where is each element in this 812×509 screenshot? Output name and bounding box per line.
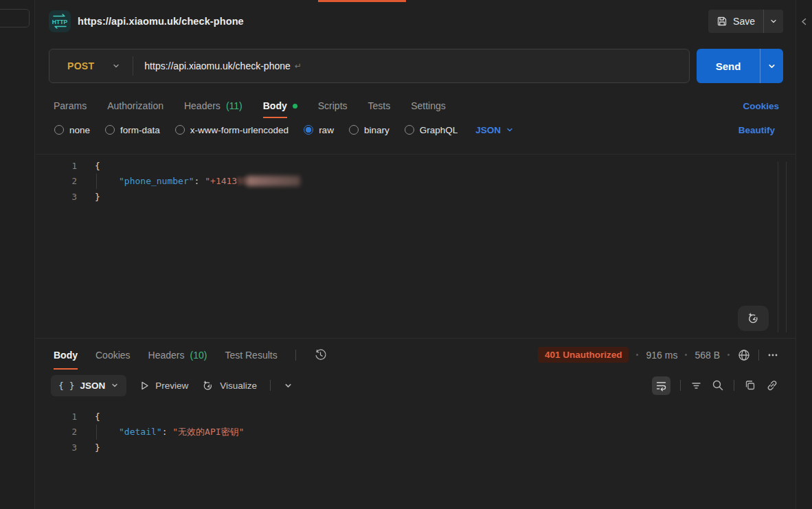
dot-separator bbox=[685, 354, 687, 356]
collapse-panel-icon[interactable] bbox=[800, 18, 808, 25]
editor-scrollbar-track[interactable] bbox=[786, 161, 787, 332]
line-number: 2 bbox=[36, 176, 77, 186]
save-dropdown-button[interactable] bbox=[764, 10, 783, 33]
code-text: { bbox=[77, 161, 100, 171]
json-key: "phone_number" bbox=[119, 176, 194, 186]
indent-guide: "detail": "无效的API密钥" bbox=[96, 425, 244, 440]
send-dropdown-button[interactable] bbox=[760, 49, 783, 83]
request-header: HTTP https://api.xiaomu.uk/check-phone S… bbox=[36, 0, 796, 43]
url-input-container: POST https://api.xiaomu.uk/check-phone ↵ bbox=[49, 49, 690, 83]
network-globe-icon[interactable] bbox=[737, 348, 751, 362]
mode-graphql[interactable]: GraphQL bbox=[405, 125, 458, 135]
code-line: 2 "phone_number": "+141355 bbox=[36, 174, 796, 190]
divider bbox=[734, 380, 734, 391]
chevron-down-icon bbox=[767, 62, 776, 71]
code-line: 3 } bbox=[36, 440, 796, 455]
wrap-text-icon[interactable] bbox=[652, 376, 670, 395]
visualize-button[interactable]: Visualize bbox=[201, 379, 257, 392]
json-value: "+1413 bbox=[205, 176, 237, 186]
response-history-icon[interactable] bbox=[314, 348, 327, 361]
chevron-down-icon bbox=[506, 126, 514, 134]
json-key: "detail" bbox=[119, 427, 162, 437]
link-icon[interactable] bbox=[766, 379, 778, 392]
line-number: 3 bbox=[36, 192, 77, 202]
mode-none[interactable]: none bbox=[54, 125, 90, 135]
response-tab-headers[interactable]: Headers(10) bbox=[148, 341, 207, 370]
request-body-editor[interactable]: 1 { 2 "phone_number": "+141355 3 } bbox=[36, 154, 796, 338]
redaction-blur bbox=[247, 176, 300, 186]
preview-button[interactable]: Preview bbox=[139, 381, 188, 391]
active-tab-indicator bbox=[318, 0, 406, 2]
response-view-tools bbox=[652, 376, 779, 395]
response-tab-body[interactable]: Body bbox=[54, 341, 78, 370]
radio-icon bbox=[175, 125, 185, 135]
response-time[interactable]: 916 ms bbox=[646, 350, 677, 361]
code-text: { bbox=[77, 411, 100, 422]
divider bbox=[270, 380, 271, 391]
postbot-button[interactable] bbox=[738, 306, 769, 331]
tab-params[interactable]: Params bbox=[54, 93, 87, 118]
code-text: } bbox=[77, 192, 100, 202]
raw-language-selector[interactable]: JSON bbox=[475, 125, 514, 135]
line-number: 2 bbox=[36, 427, 77, 437]
tab-tests[interactable]: Tests bbox=[368, 93, 391, 118]
send-button[interactable]: Send bbox=[697, 49, 783, 83]
url-input[interactable]: https://api.xiaomu.uk/check-phone bbox=[133, 60, 290, 71]
search-icon[interactable] bbox=[712, 379, 724, 392]
sidebar-collapsed-item[interactable] bbox=[0, 9, 30, 27]
divider bbox=[680, 380, 681, 391]
svg-text:HTTP: HTTP bbox=[52, 19, 68, 25]
response-tabs: Body Cookies Headers(10) Test Results 40… bbox=[36, 339, 796, 371]
divider bbox=[295, 350, 296, 361]
response-meta: 401 Unauthorized 916 ms 568 B bbox=[538, 347, 779, 363]
filter-icon[interactable] bbox=[690, 380, 702, 392]
tab-authorization[interactable]: Authorization bbox=[107, 93, 163, 118]
line-number: 1 bbox=[36, 411, 77, 422]
response-size[interactable]: 568 B bbox=[695, 350, 720, 361]
code-text: } bbox=[77, 442, 100, 453]
tab-scripts[interactable]: Scripts bbox=[318, 93, 348, 118]
code-line: 3 } bbox=[36, 189, 796, 205]
response-panel: Body Cookies Headers(10) Test Results 40… bbox=[36, 339, 796, 455]
headers-count: (11) bbox=[226, 100, 243, 111]
save-button[interactable]: Save bbox=[708, 10, 783, 33]
method-selector[interactable]: POST bbox=[49, 60, 133, 71]
mode-x-www-form-urlencoded[interactable]: x-www-form-urlencoded bbox=[175, 125, 289, 135]
code-line: 2 "detail": "无效的API密钥" bbox=[36, 425, 796, 440]
tab-headers[interactable]: Headers(11) bbox=[184, 93, 243, 118]
radio-icon bbox=[349, 125, 359, 135]
tab-settings[interactable]: Settings bbox=[411, 93, 446, 118]
toolbar-chevron-down-icon[interactable] bbox=[284, 381, 293, 390]
cookies-link[interactable]: Cookies bbox=[743, 101, 779, 111]
beautify-link[interactable]: Beautify bbox=[738, 125, 775, 135]
response-format-dropdown[interactable]: { } JSON bbox=[51, 375, 126, 396]
copy-icon[interactable] bbox=[744, 379, 756, 392]
save-label: Save bbox=[733, 16, 755, 27]
enter-hint-icon: ↵ bbox=[295, 61, 302, 71]
status-badge[interactable]: 401 Unauthorized bbox=[538, 347, 629, 363]
mode-raw[interactable]: raw bbox=[304, 125, 334, 135]
indent-guide: "phone_number": "+141355 bbox=[96, 174, 300, 190]
chevron-down-icon bbox=[112, 62, 120, 70]
mode-binary[interactable]: binary bbox=[349, 125, 390, 135]
radio-icon bbox=[54, 125, 64, 135]
tab-body[interactable]: Body bbox=[263, 93, 297, 118]
request-workspace: HTTP https://api.xiaomu.uk/check-phone S… bbox=[36, 0, 796, 509]
preview-icon bbox=[139, 381, 150, 391]
editor-scrollbar-track[interactable] bbox=[778, 161, 778, 332]
postman-app: HTTP https://api.xiaomu.uk/check-phone S… bbox=[0, 0, 812, 509]
code-line: 1 { bbox=[36, 409, 796, 425]
request-title: https://api.xiaomu.uk/check-phone bbox=[78, 16, 244, 27]
mode-form-data[interactable]: form-data bbox=[105, 125, 160, 135]
radio-icon-selected bbox=[304, 125, 313, 135]
body-mode-row: none form-data x-www-form-urlencoded raw… bbox=[36, 119, 796, 141]
divider bbox=[758, 350, 759, 361]
response-headers-count: (10) bbox=[190, 350, 207, 361]
response-tab-test-results[interactable]: Test Results bbox=[225, 341, 277, 370]
code-line: 1 { bbox=[36, 158, 796, 174]
response-tab-cookies[interactable]: Cookies bbox=[95, 341, 131, 370]
response-body-editor[interactable]: 1 { 2 "detail": "无效的API密钥" 3 } bbox=[36, 400, 796, 455]
json-value: "无效的API密钥" bbox=[172, 426, 244, 438]
more-options-icon[interactable] bbox=[767, 349, 779, 361]
response-toolbar: { } JSON Preview Visualize bbox=[36, 371, 796, 400]
